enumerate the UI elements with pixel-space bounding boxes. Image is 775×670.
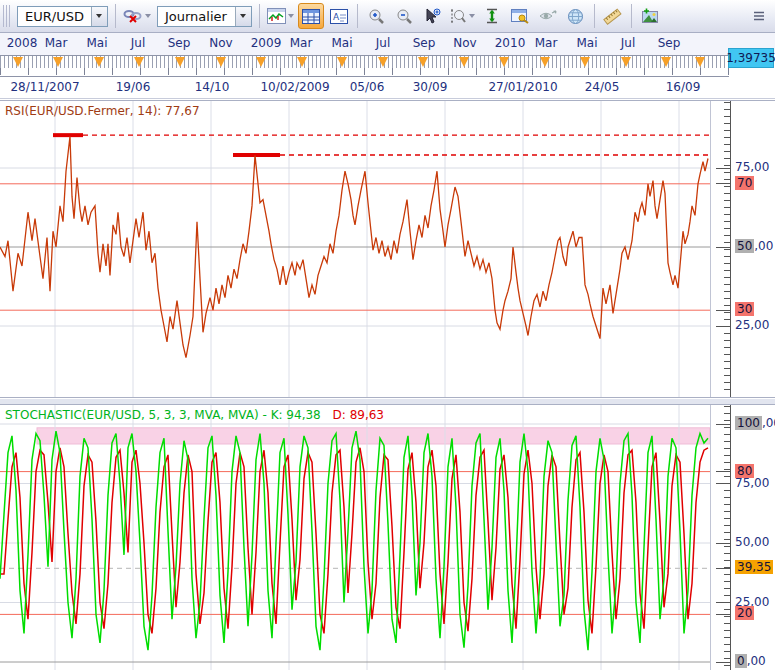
stochastic-title: STOCHASTIC(EUR/USD, 5, 3, 3, MVA, MVA) -… [5,408,384,422]
month-marker-icon [134,57,144,67]
axis-major-tick [716,483,730,484]
globe-button[interactable] [563,3,589,29]
stochastic-chart[interactable] [0,405,710,670]
label-window-button[interactable]: A [326,3,352,29]
date-label: 16/09 [666,80,701,94]
month-marker-icon [337,57,347,67]
label-window-icon: A [330,9,348,24]
month-label: Mai [331,36,352,50]
axis-label: 75,00 [735,477,769,490]
measure-button[interactable] [600,3,626,29]
date-label: 14/10 [195,80,230,94]
date-label: 10/02/2009 [260,80,329,94]
indicator-board-button[interactable] [298,3,324,29]
ruler-icon [603,8,622,25]
date-label: 28/11/2007 [10,80,79,94]
date-label: 19/06 [116,80,151,94]
visibility-button[interactable] [535,3,561,29]
axis-label: 50,00 [735,536,769,549]
chevron-down-icon [145,14,151,18]
month-label: 2010 [495,36,526,50]
axis-label: 30 [735,303,754,316]
time-axis-ruler[interactable] [0,55,729,77]
axis-major-tick [716,326,730,327]
date-label: 05/06 [350,80,385,94]
month-label: Nov [209,36,232,50]
month-marker-icon [216,57,226,67]
axis-major-tick [716,183,730,184]
timeframe-label: Journalier [158,9,235,24]
last-price-badge: 1,39735 [728,48,774,68]
snapshot-button[interactable] [637,3,663,29]
pointer-zoom-button[interactable] [419,3,445,29]
month-label: 2008 [7,36,38,50]
axis-label: 20 [735,607,754,620]
broken-link-button[interactable] [121,3,153,29]
rsi-title: RSI(EUR/USD.Fermer, 14): 77,67 [5,104,200,118]
instrument-label: EUR/USD [18,9,91,24]
date-label: 30/09 [413,80,448,94]
separator [594,4,595,28]
separator [631,4,632,28]
axis-label: 75,00 [735,161,769,174]
axis-label: 39,35 [735,561,773,574]
toolbar: EUR/USD Journalier [0,0,775,33]
zoom-out-icon [395,8,413,24]
month-marker-icon [621,57,631,67]
toolbar-grip[interactable] [3,5,11,27]
axis-label: 100,00 [735,417,775,430]
stochastic-axis-ruler [710,405,731,670]
month-label: Jul [131,36,145,50]
month-marker-icon [580,57,590,67]
trading-app-window: EUR/USD Journalier [0,0,775,670]
month-label: Mar [290,36,313,50]
properties-icon [511,9,529,24]
fit-vertical-button[interactable] [479,3,505,29]
axis-major-tick [716,543,730,544]
svg-text:A: A [333,12,340,22]
instrument-select[interactable]: EUR/USD [17,6,108,27]
month-label: Jul [376,36,390,50]
axis-major-tick [716,424,730,425]
axis-major-tick [716,310,730,311]
month-marker-icon [256,57,266,67]
stochastic-panel[interactable]: STOCHASTIC(EUR/USD, 5, 3, 3, MVA, MVA) -… [0,404,775,670]
chevron-down-icon[interactable] [91,7,107,26]
separator [259,4,260,28]
axis-major-tick [716,168,730,169]
month-label: Mar [45,36,68,50]
properties-button[interactable] [507,3,533,29]
chart-type-button[interactable] [265,3,296,29]
chevron-down-icon [288,14,294,18]
time-axis-dates[interactable]: 28/11/200719/0614/1010/02/200905/0630/09… [0,77,775,99]
month-marker-icon [297,57,307,67]
month-label: Mar [535,36,558,50]
menu-icon [753,10,765,22]
timeframe-select[interactable]: Journalier [157,6,252,27]
indicator-board-icon [302,9,320,24]
zoom-out-button[interactable] [391,3,417,29]
month-marker-icon [94,57,104,67]
axis-label: 0,00 [735,655,766,668]
zoom-in-icon [367,8,385,24]
date-label: 24/05 [585,80,620,94]
time-axis-months[interactable]: 2008MarMaiJulSepNov2009MarMaiJulSepNov20… [0,33,775,55]
separator [115,4,116,28]
menu-button[interactable] [746,3,772,29]
month-marker-icon [13,57,23,67]
chevron-down-icon[interactable] [235,7,251,26]
zoom-in-button[interactable] [363,3,389,29]
rsi-panel[interactable]: RSI(EUR/USD.Fermer, 14): 77,67 75,007050… [0,100,775,398]
axis-major-tick [716,568,730,569]
month-label: Sep [413,36,436,50]
month-marker-icon [378,57,388,67]
rsi-chart[interactable] [0,101,710,397]
month-label: Sep [168,36,191,50]
axis-major-tick [716,662,730,663]
month-marker-icon [499,57,509,67]
globe-icon [567,8,584,25]
rsi-axis-ruler [710,101,731,397]
zoom-area-button[interactable] [447,3,477,29]
chevron-down-icon [469,14,475,18]
month-marker-icon [175,57,185,67]
